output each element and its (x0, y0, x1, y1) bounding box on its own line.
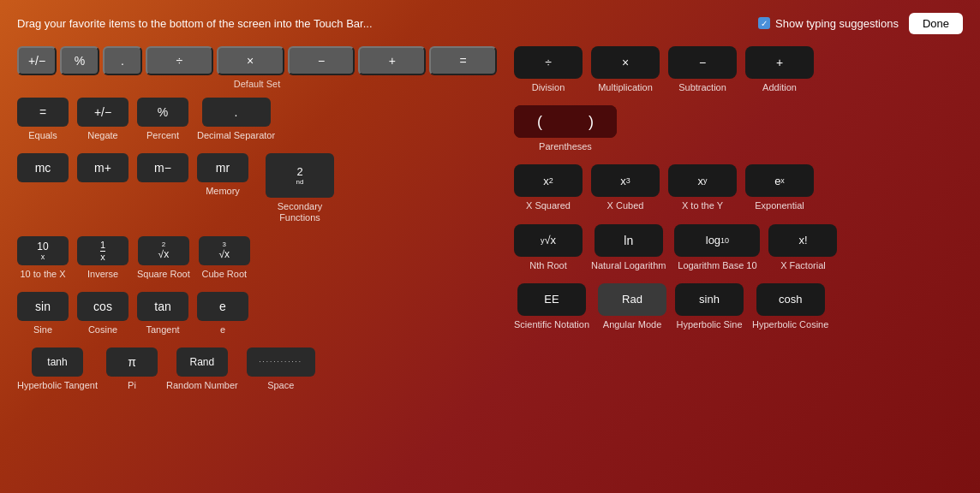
cuberoot-group: 3√x Cube Root (199, 236, 250, 280)
main-content: +/− % . ÷ × − + = Default Set = Equals +… (0, 46, 980, 403)
show-typing-container: ✓ Show typing suggestions (758, 17, 899, 30)
right-row-powers: x2 X Squared x3 X Cubed xy X to the Y ex… (514, 164, 963, 211)
secondary-button[interactable]: 2nd (266, 153, 334, 198)
percent-group: % Percent (137, 98, 188, 141)
row-misc: tanh Hyperbolic Tangent π Pi Rand Random… (17, 347, 497, 391)
right-panel: ÷ Division × Multiplication − Subtractio… (514, 46, 963, 403)
equals-button[interactable]: = (17, 98, 69, 127)
e-label: e (220, 324, 225, 336)
mr-button[interactable]: mr (197, 153, 248, 182)
drag-hint: Drag your favorite items to the bottom o… (17, 17, 373, 30)
multiplication-button[interactable]: × (591, 46, 660, 79)
negate-label: Negate (87, 130, 117, 141)
exp-button[interactable]: ex (745, 164, 814, 197)
space-group: ············ Space (247, 347, 315, 391)
factorial-button[interactable]: x! (768, 224, 837, 257)
mc-group: mc (17, 153, 69, 182)
e-group: e e (197, 292, 248, 336)
ds-multiply-button[interactable]: × (217, 46, 284, 75)
top-right: ✓ Show typing suggestions Done (758, 13, 963, 34)
sqroot-button[interactable]: 2√x (138, 236, 189, 265)
mplus-group: m+ (77, 153, 128, 182)
sin-button[interactable]: sin (17, 292, 69, 321)
inverse-label: Inverse (87, 269, 118, 280)
xcubed-label: X Cubed (607, 200, 644, 211)
xtoy-button[interactable]: xy (668, 164, 737, 197)
xtoy-label: X to the Y (682, 200, 723, 211)
inverse-button[interactable]: 1x (77, 236, 128, 265)
decimal-button[interactable]: . (202, 98, 271, 127)
division-group: ÷ Division (514, 46, 583, 93)
row-memory: mc m+ m− mr Memory 2nd SecondaryFunction… (17, 153, 497, 223)
close-paren-button[interactable]: ) (565, 105, 617, 138)
percent-label: Percent (146, 130, 179, 141)
parentheses-group: ( ) Parentheses (514, 105, 617, 152)
pi-button[interactable]: π (106, 347, 158, 377)
factorial-group: x! X Factorial (768, 224, 837, 271)
ln-button[interactable]: ln (595, 224, 663, 257)
space-label: Space (267, 380, 294, 391)
addition-button[interactable]: + (745, 46, 814, 79)
memory-label: Memory (206, 186, 240, 197)
equals-group: = Equals (17, 98, 69, 141)
xsq-button[interactable]: x2 (514, 164, 583, 197)
rad-button[interactable]: Rad (598, 283, 666, 316)
e-button[interactable]: e (197, 292, 248, 321)
tan-button[interactable]: tan (137, 292, 188, 321)
pi-label: Pi (128, 380, 136, 391)
space-button[interactable]: ············ (247, 347, 315, 377)
multiplication-label: Multiplication (598, 82, 653, 93)
rand-group: Rand Random Number (166, 347, 238, 391)
exp-group: ex Exponential (745, 164, 814, 211)
xcubed-group: x3 X Cubed (591, 164, 660, 211)
ops-row: ÷ Division × Multiplication − Subtractio… (514, 46, 963, 93)
right-row-roots: y√x Nth Root ln Natural Logarithm log10 … (514, 224, 963, 271)
right-row-hyp: EE Scientific Notation Rad Angular Mode … (514, 283, 963, 330)
xcubed-button[interactable]: x3 (591, 164, 660, 197)
ds-negate-button[interactable]: +/− (17, 46, 57, 75)
mminus-button[interactable]: m− (137, 153, 188, 182)
tanh-button[interactable]: tanh (32, 347, 83, 377)
cos-button[interactable]: cos (77, 292, 128, 321)
cuberoot-button[interactable]: 3√x (199, 236, 250, 265)
subtraction-label: Subtraction (678, 82, 726, 93)
subtraction-button[interactable]: − (668, 46, 737, 79)
negate-button[interactable]: +/− (77, 98, 128, 127)
tenx-group: 10x 10 to the X (17, 236, 69, 280)
mplus-button[interactable]: m+ (77, 153, 128, 182)
sinh-button[interactable]: sinh (675, 283, 744, 316)
xtoy-group: xy X to the Y (668, 164, 737, 211)
rad-group: Rad Angular Mode (598, 283, 666, 330)
log10-button[interactable]: log10 (674, 224, 760, 257)
rand-label: Random Number (166, 380, 238, 391)
sin-label: Sine (33, 324, 52, 336)
mc-button[interactable]: mc (17, 153, 69, 182)
default-set-section: +/− % . ÷ × − + = Default Set (17, 46, 497, 89)
secondary-label: SecondaryFunctions (278, 201, 323, 223)
tan-label: Tangent (146, 324, 179, 336)
tenx-button[interactable]: 10x (17, 236, 69, 265)
ln-label: Natural Logarithm (591, 260, 666, 271)
nthroot-label: Nth Root (529, 260, 566, 271)
division-button[interactable]: ÷ (514, 46, 583, 79)
ds-subtract-button[interactable]: − (288, 46, 356, 75)
log10-label: Logarithm Base 10 (678, 260, 756, 271)
rand-button[interactable]: Rand (176, 347, 228, 377)
default-set-label: Default Set (17, 79, 497, 89)
done-button[interactable]: Done (909, 13, 963, 34)
ds-decimal-button[interactable]: . (103, 46, 142, 75)
ds-add-button[interactable]: + (358, 46, 426, 75)
ee-button[interactable]: EE (517, 283, 586, 316)
ds-percent-button[interactable]: % (60, 46, 99, 75)
ln-group: ln Natural Logarithm (591, 224, 666, 271)
ds-divide-button[interactable]: ÷ (146, 46, 213, 75)
open-paren-button[interactable]: ( (514, 105, 565, 138)
decimal-label: Decimal Separator (197, 130, 275, 141)
percent-button[interactable]: % (137, 98, 188, 127)
cosh-button[interactable]: cosh (756, 283, 825, 316)
ds-equals-button[interactable]: = (429, 46, 497, 75)
row-trig: sin Sine cos Cosine tan Tangent e e (17, 292, 497, 336)
show-typing-checkbox[interactable]: ✓ (758, 17, 770, 29)
cuberoot-label: Cube Root (201, 269, 247, 280)
nthroot-button[interactable]: y√x (514, 224, 583, 257)
